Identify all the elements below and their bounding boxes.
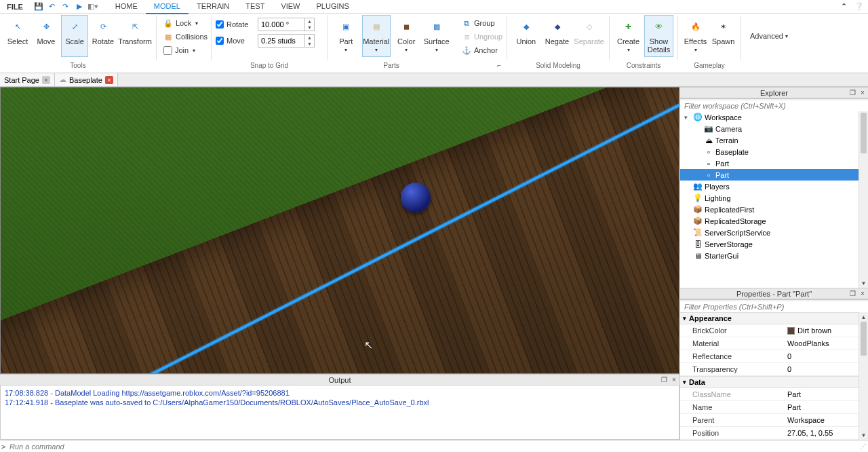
properties-filter-input[interactable] [680, 301, 868, 313]
studio-icon[interactable]: ◧▾ [88, 2, 98, 12]
ungroup-button[interactable]: ⧈Ungroup [459, 30, 505, 43]
surface-button[interactable]: ▩Surface▾ [422, 15, 452, 57]
3d-viewport[interactable]: ↖ [0, 87, 679, 374]
close-icon[interactable]: × [859, 289, 867, 297]
expand-icon[interactable]: ▾ [683, 315, 686, 322]
select-tool[interactable]: ↖Select [4, 15, 31, 57]
move-tool[interactable]: ✥Move [33, 15, 60, 57]
rotate-snap-checkbox[interactable] [216, 20, 224, 29]
tree-row[interactable]: 📷Camera [680, 123, 868, 134]
undock-icon[interactable]: ❐ [848, 88, 856, 96]
tree-row[interactable]: ▫Part [680, 169, 868, 181]
scrollbar[interactable]: ▲▼ [859, 312, 868, 440]
explorer-tree[interactable]: ▾🌐Workspace📷Camera⛰Terrain▫Baseplate▫Par… [680, 111, 868, 288]
rotate-snap-input[interactable] [258, 18, 305, 31]
tab-terrain[interactable]: TERRAIN [189, 0, 237, 14]
union-button[interactable]: ◆Union [511, 15, 541, 57]
rotate-tool[interactable]: ⟳Rotate [90, 15, 117, 57]
file-menu[interactable]: FILE [0, 3, 30, 11]
close-tab-icon[interactable]: × [105, 76, 113, 84]
tree-row[interactable]: ▾🌐Workspace [680, 111, 868, 123]
constraints-group-label: Constraints [614, 62, 673, 73]
prop-row[interactable]: ClassNamePart [680, 388, 868, 401]
undo-icon[interactable]: ↶ [47, 2, 57, 12]
undock-icon[interactable]: ❐ [848, 289, 856, 297]
separate-button[interactable]: ◇Separate [573, 15, 605, 57]
output-panel[interactable]: 17:08:38.828 - DataModel Loading https:/… [0, 385, 679, 440]
doctab-baseplate[interactable]: ☁ Baseplate × [55, 73, 118, 86]
prop-value[interactable]: Workspace [783, 414, 868, 426]
resize-grip-icon[interactable]: ⋰ [859, 442, 868, 450]
part-button[interactable]: ▣Part▾ [332, 15, 361, 57]
transform-tool[interactable]: ⇱Transform [118, 15, 152, 57]
prop-row[interactable]: BrickColorDirt brown [680, 324, 868, 337]
close-icon[interactable]: × [859, 88, 867, 96]
tree-row[interactable]: 📜ServerScriptService [680, 227, 868, 238]
tab-test[interactable]: TEST [237, 0, 273, 14]
tab-model[interactable]: MODEL [146, 0, 189, 14]
properties-panel[interactable]: ▾AppearanceBrickColorDirt brownMaterialW… [680, 312, 868, 440]
play-icon[interactable]: ▶ [75, 2, 84, 12]
prop-value[interactable]: 0 [783, 350, 868, 362]
expand-icon[interactable]: ▾ [684, 114, 691, 121]
spawn-button[interactable]: ✶Spawn [710, 15, 736, 57]
move-snap-spinner[interactable]: ▲▼ [305, 34, 315, 48]
prop-category[interactable]: ▾Appearance [680, 312, 868, 324]
explorer-header: Explorer ❐× [680, 87, 868, 98]
prop-row[interactable]: ParentWorkspace [680, 414, 868, 427]
anchor-button[interactable]: ⚓Anchor [459, 43, 505, 57]
collisions-toggle[interactable]: ▦Collisions [161, 30, 210, 43]
move-snap-input[interactable] [258, 34, 305, 48]
close-icon[interactable]: × [670, 375, 678, 383]
close-tab-icon[interactable]: × [42, 76, 50, 84]
collapse-ribbon-icon[interactable]: ⌃ [841, 2, 850, 12]
prop-row[interactable]: Transparency0 [680, 363, 868, 376]
tab-view[interactable]: VIEW [273, 0, 308, 14]
lock-toggle[interactable]: 🔒Lock▾ [161, 16, 210, 30]
tree-row[interactable]: 🗄ServerStorage [680, 238, 868, 250]
move-snap-checkbox[interactable] [216, 37, 224, 45]
scale-tool[interactable]: ⤢Scale [61, 15, 88, 57]
prop-row[interactable]: NamePart [680, 401, 868, 414]
undock-icon[interactable]: ❐ [660, 375, 668, 383]
color-button[interactable]: ◼Color▾ [392, 15, 421, 57]
tree-row[interactable]: 🖥StarterGui [680, 250, 868, 261]
tree-row[interactable]: ▫Baseplate [680, 146, 868, 157]
expand-icon[interactable]: ▾ [683, 379, 686, 385]
prop-category[interactable]: ▾Data [680, 376, 868, 388]
tree-row[interactable]: 💡Lighting [680, 192, 868, 204]
create-constraint-button[interactable]: ✚Create▾ [614, 15, 643, 57]
join-toggle[interactable]: Join▾ [161, 43, 210, 57]
advanced-button[interactable]: Advanced▾ [745, 15, 793, 57]
prop-value[interactable]: Part [783, 401, 868, 413]
doctab-startpage[interactable]: Start Page × [0, 73, 55, 86]
prop-row[interactable]: Reflectance0 [680, 350, 868, 363]
prop-row[interactable]: Position27.05, 1, 0.55 [680, 427, 868, 440]
prop-value[interactable]: 0 [783, 363, 868, 375]
help-icon[interactable]: ❔ [854, 2, 864, 12]
group-button[interactable]: ⧉Group [459, 16, 505, 30]
prop-value[interactable]: WoodPlanks [783, 337, 868, 350]
tab-plugins[interactable]: PLUGINS [309, 0, 357, 14]
material-button[interactable]: ▤Material▾ [362, 15, 391, 57]
scrollbar[interactable]: ▲▼ [859, 111, 868, 288]
tab-home[interactable]: HOME [107, 0, 146, 14]
prop-row[interactable]: MaterialWoodPlanks [680, 337, 868, 350]
prop-value[interactable]: Part [783, 388, 868, 400]
show-details-button[interactable]: 👁Show Details [644, 15, 673, 57]
join-checkbox[interactable] [163, 46, 172, 55]
explorer-filter-input[interactable] [680, 100, 868, 112]
rotate-snap-spinner[interactable]: ▲▼ [305, 18, 315, 31]
tree-row[interactable]: ▫Part [680, 157, 868, 169]
tree-row[interactable]: 📦ReplicatedStorage [680, 215, 868, 227]
save-icon[interactable]: 💾 [34, 2, 43, 12]
prop-value[interactable]: Dirt brown [783, 324, 868, 337]
effects-button[interactable]: 🔥Effects▾ [682, 15, 709, 57]
command-input[interactable] [7, 442, 859, 451]
tree-row[interactable]: 📦ReplicatedFirst [680, 204, 868, 215]
redo-icon[interactable]: ↷ [61, 2, 71, 12]
tree-row[interactable]: ⛰Terrain [680, 134, 868, 146]
tree-row[interactable]: 👥Players [680, 181, 868, 192]
prop-value[interactable]: 27.05, 1, 0.55 [783, 427, 868, 439]
negate-button[interactable]: ◆Negate [542, 15, 572, 57]
